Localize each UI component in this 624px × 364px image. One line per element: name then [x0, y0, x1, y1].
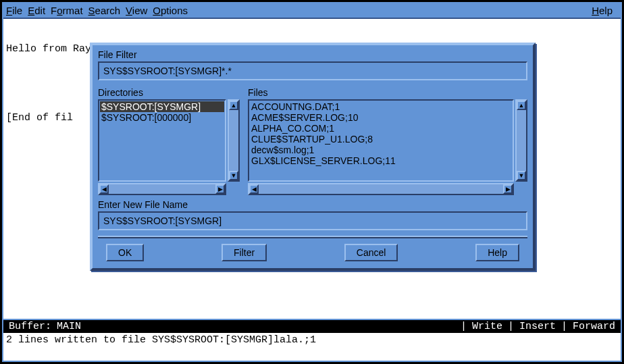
menu-search[interactable]: Search — [88, 5, 121, 16]
status-mode-forward: Forward — [570, 321, 618, 332]
directories-listbox[interactable]: $SYSROOT:[SYSMGR]$SYSROOT:[000000] — [98, 99, 226, 182]
status-mode-write: Write — [469, 321, 505, 332]
file-dialog: File Filter SYS$SYSROOT:[SYSMGR]*.* Dire… — [90, 43, 536, 271]
menu-file[interactable]: File — [6, 5, 22, 16]
files-label: Files — [248, 87, 527, 98]
help-button[interactable]: Help — [475, 244, 519, 261]
message-line: 2 lines written to file SYS$SYSROOT:[SYS… — [3, 333, 621, 347]
status-bar: Buffer: MAIN Write Insert Forward — [3, 319, 621, 333]
ok-button-default-ring: OK — [106, 244, 144, 261]
scroll-right-icon[interactable]: ▶ — [503, 184, 513, 194]
file-item[interactable]: ACME$SERVER.LOG;10 — [250, 112, 512, 123]
directories-hscrollbar[interactable]: ◀ ▶ — [98, 183, 226, 195]
file-item[interactable]: ACCOUNTNG.DAT;1 — [250, 101, 512, 112]
menubar: File Edit Format Search View Options Hel… — [3, 3, 621, 19]
file-filter-label: File Filter — [98, 49, 527, 60]
scroll-up-icon[interactable]: ▲ — [229, 101, 238, 110]
directory-item[interactable]: $SYSROOT:[SYSMGR] — [100, 101, 224, 112]
files-scrollbar[interactable]: ▲ ▼ — [515, 99, 527, 182]
new-filename-label: Enter New File Name — [98, 199, 527, 210]
scroll-down-icon[interactable]: ▼ — [229, 171, 238, 180]
directory-item[interactable]: $SYSROOT:[000000] — [100, 112, 224, 123]
scroll-right-icon[interactable]: ▶ — [215, 184, 225, 194]
file-item[interactable]: GLX$LICENSE_SERVER.LOG;11 — [250, 155, 512, 166]
file-item[interactable]: ALPHA_CO.COM;1 — [250, 123, 512, 134]
scroll-left-icon[interactable]: ◀ — [99, 184, 109, 194]
directories-label: Directories — [98, 87, 240, 98]
menu-help[interactable]: Help — [592, 5, 613, 16]
filter-button[interactable]: Filter — [222, 244, 267, 261]
directories-scrollbar[interactable]: ▲ ▼ — [228, 99, 240, 182]
new-filename-input[interactable]: SYS$SYSROOT:[SYSMGR] — [98, 211, 527, 230]
cancel-button[interactable]: Cancel — [344, 244, 398, 261]
file-filter-input[interactable]: SYS$SYSROOT:[SYSMGR]*.* — [98, 61, 527, 80]
menu-format[interactable]: Format — [51, 5, 83, 16]
status-buffer-name: MAIN — [54, 321, 84, 332]
status-mode-insert: Insert — [517, 321, 558, 332]
menu-options[interactable]: Options — [153, 5, 188, 16]
status-buffer-label: Buffer: — [6, 321, 54, 332]
dialog-button-row: OK Filter Cancel Help — [98, 237, 527, 263]
files-hscrollbar[interactable]: ◀ ▶ — [248, 183, 514, 195]
file-item[interactable]: CLUE$STARTUP_U1.LOG;8 — [250, 134, 512, 145]
scroll-left-icon[interactable]: ◀ — [249, 184, 259, 194]
file-item[interactable]: decw$sm.log;1 — [250, 145, 512, 155]
ok-button[interactable]: OK — [106, 244, 144, 261]
menu-view[interactable]: View — [126, 5, 147, 16]
files-listbox[interactable]: ACCOUNTNG.DAT;1ACME$SERVER.LOG;10ALPHA_C… — [248, 99, 514, 182]
scroll-down-icon[interactable]: ▼ — [517, 171, 526, 180]
scroll-up-icon[interactable]: ▲ — [517, 101, 526, 110]
menu-edit[interactable]: Edit — [28, 5, 45, 16]
